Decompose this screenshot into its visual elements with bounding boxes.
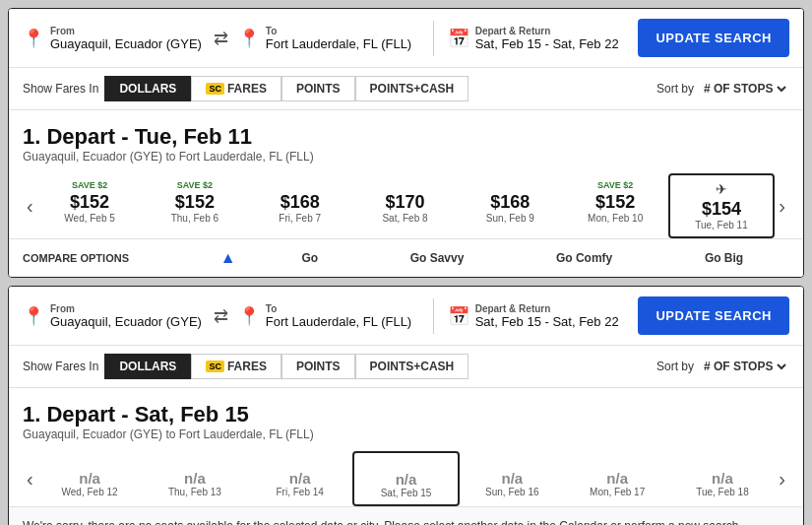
sort-label-2: Sort by: [656, 360, 694, 373]
price-cells-1: SAVE $2 $152 Wed, Feb 5 SAVE $2 $152 Thu…: [37, 173, 776, 238]
from-field-2: From Guayaquil, Ecuador (GYE): [50, 303, 202, 329]
calendar-icon-2: 📅: [448, 305, 469, 327]
compare-go: Go: [301, 251, 318, 265]
price-amount-2-3: n/a: [396, 471, 417, 488]
prev-price-btn-2[interactable]: ‹: [23, 451, 37, 506]
tab-dollars-1[interactable]: DOLLARS: [104, 76, 191, 101]
sort-label-1: Sort by: [656, 82, 694, 96]
sort-select-1[interactable]: # OF STOPS PRICE DURATION: [700, 81, 789, 97]
price-cell-1-1[interactable]: SAVE $2 $152 Thu, Feb 6: [142, 173, 247, 238]
price-amount-2-0: n/a: [79, 470, 100, 487]
price-cell-1-3[interactable]: $170 Sat, Feb 8: [352, 173, 458, 238]
to-group-2: 📍 To Fort Lauderdale, FL (FLL): [238, 303, 419, 329]
price-cell-2-6[interactable]: n/a Tue, Feb 18: [670, 451, 776, 506]
sort-select-2[interactable]: # OF STOPS PRICE DURATION: [700, 359, 789, 374]
price-cell-1-2[interactable]: $168 Fri, Feb 7: [247, 173, 352, 238]
save-tag-2-5: [616, 458, 619, 468]
price-date-2-2: Fri, Feb 14: [277, 487, 324, 497]
price-cell-1-0[interactable]: SAVE $2 $152 Wed, Feb 5: [37, 173, 143, 238]
date-group: Depart & Return Sat, Feb 15 - Sat, Feb 2…: [475, 26, 619, 51]
fare-tabs-1: Show Fares In DOLLARS SC FARES POINTS PO…: [9, 68, 803, 110]
divider: [433, 21, 434, 56]
price-amount-1-3: $170: [385, 192, 424, 213]
depart-return-value: Sat, Feb 15 - Sat, Feb 22: [475, 36, 619, 51]
sc-fares-label-2: FARES: [227, 360, 267, 373]
compare-row-1: COMPARE OPTIONS ▲ Go Go Savvy Go Comfy G…: [9, 238, 803, 277]
price-cell-2-4[interactable]: n/a Sun, Feb 16: [460, 451, 565, 506]
location-icon-from: 📍: [23, 28, 44, 49]
compare-options-1: Go Go Savvy Go Comfy Go Big: [256, 251, 789, 265]
from-value-2: Guayaquil, Ecuador (GYE): [50, 314, 202, 329]
price-date-1-6: Tue, Feb 11: [695, 220, 748, 230]
price-date-1-1: Thu, Feb 6: [171, 213, 219, 224]
swap-icon[interactable]: ⇄: [214, 28, 228, 49]
prev-price-btn-1[interactable]: ‹: [23, 173, 37, 238]
tab-points-1[interactable]: POINTS: [281, 76, 355, 101]
price-amount-1-5: $152: [595, 192, 635, 213]
date-group-2: Depart & Return Sat, Feb 15 - Sat, Feb 2…: [475, 303, 619, 329]
price-cell-2-2[interactable]: n/a Fri, Feb 14: [247, 451, 352, 506]
save-tag-2-1: [194, 458, 197, 468]
price-date-2-6: Tue, Feb 18: [696, 487, 749, 497]
from-label: From: [50, 26, 202, 36]
tab-dollars-2[interactable]: DOLLARS: [104, 354, 191, 379]
to-field: To Fort Lauderdale, FL (FLL): [266, 26, 411, 51]
price-cells-2: n/a Wed, Feb 12 n/a Thu, Feb 13 n/a Fri,…: [37, 451, 776, 506]
search-bar-2: 📍 From Guayaquil, Ecuador (GYE) ⇄ 📍 To F…: [9, 287, 803, 346]
price-cell-1-6[interactable]: ✈ $154 Tue, Feb 11: [668, 173, 776, 238]
panel-1: 📍 From Guayaquil, Ecuador (GYE) ⇄ 📍 To F…: [8, 8, 804, 278]
price-cell-2-3[interactable]: n/a Sat, Feb 15: [352, 451, 460, 506]
next-price-btn-1[interactable]: ›: [775, 173, 789, 238]
update-search-button-2[interactable]: UPDATE SEARCH: [638, 296, 789, 335]
save-tag-2-4: [511, 458, 514, 468]
depart-route-1: Guayaquil, Ecuador (GYE) to Fort Lauderd…: [23, 150, 789, 164]
from-group: 📍 From Guayaquil, Ecuador (GYE): [23, 26, 204, 51]
tab-sc-fares-2[interactable]: SC FARES: [191, 354, 281, 379]
price-amount-1-2: $168: [281, 192, 320, 213]
tab-points-cash-2[interactable]: POINTS+CASH: [355, 354, 469, 379]
price-cell-1-5[interactable]: SAVE $2 $152 Mon, Feb 10: [563, 173, 668, 238]
to-field-2: To Fort Lauderdale, FL (FLL): [266, 303, 411, 329]
date-field-2: 📅 Depart & Return Sat, Feb 15 - Sat, Feb…: [448, 303, 629, 329]
save-tag-1-0: SAVE $2: [72, 180, 107, 190]
price-amount-1-6: $154: [702, 199, 741, 220]
show-fares-label-1: Show Fares In: [23, 82, 98, 96]
price-date-1-3: Sat, Feb 8: [382, 213, 427, 224]
price-amount-1-4: $168: [490, 192, 530, 213]
save-tag-1-3: [404, 180, 406, 190]
compare-label-1: COMPARE OPTIONS: [23, 252, 201, 264]
tab-sc-fares-1[interactable]: SC FARES: [191, 76, 281, 101]
swap-icon-2[interactable]: ⇄: [214, 305, 228, 327]
save-tag-2-0: [89, 458, 92, 468]
update-search-button-1[interactable]: UPDATE SEARCH: [638, 19, 789, 57]
depart-return-label-2: Depart & Return: [475, 303, 619, 314]
price-amount-2-4: n/a: [501, 470, 523, 487]
depart-route-2: Guayaquil, Ecuador (GYE) to Fort Lauderd…: [23, 427, 789, 441]
date-field: 📅 Depart & Return Sat, Feb 15 - Sat, Feb…: [448, 26, 629, 51]
from-group-2: 📍 From Guayaquil, Ecuador (GYE): [23, 303, 204, 329]
tab-points-cash-1[interactable]: POINTS+CASH: [355, 76, 469, 101]
price-date-2-5: Mon, Feb 17: [590, 487, 645, 497]
price-cell-2-0[interactable]: n/a Wed, Feb 12: [37, 451, 143, 506]
price-date-1-2: Fri, Feb 7: [279, 213, 321, 224]
to-label: To: [266, 26, 411, 36]
from-value: Guayaquil, Ecuador (GYE): [50, 36, 202, 51]
tab-points-2[interactable]: POINTS: [281, 354, 355, 379]
depart-section-1: 1. Depart - Tue, Feb 11 Guayaquil, Ecuad…: [9, 110, 803, 238]
divider-2: [433, 298, 434, 334]
price-date-1-5: Mon, Feb 10: [588, 213, 643, 224]
price-row-1: ‹ SAVE $2 $152 Wed, Feb 5 SAVE $2 $152 T…: [23, 173, 789, 238]
sort-section-1: Sort by # OF STOPS PRICE DURATION: [656, 81, 789, 97]
expand-arrow-1[interactable]: ▲: [220, 249, 236, 267]
price-date-2-1: Thu, Feb 13: [168, 487, 221, 497]
price-amount-1-1: $152: [175, 192, 215, 213]
price-cell-1-4[interactable]: $168 Sun, Feb 9: [458, 173, 563, 238]
sorry-message: We're sorry, there are no seats availabl…: [9, 506, 803, 525]
price-row-2: ‹ n/a Wed, Feb 12 n/a Thu, Feb 13 n/a Fr…: [23, 451, 789, 506]
price-cell-2-5[interactable]: n/a Mon, Feb 17: [565, 451, 670, 506]
from-label-2: From: [50, 303, 202, 314]
calendar-icon: 📅: [448, 28, 469, 49]
next-price-btn-2[interactable]: ›: [775, 451, 789, 506]
price-amount-1-0: $152: [70, 192, 109, 213]
price-cell-2-1[interactable]: n/a Thu, Feb 13: [142, 451, 247, 506]
